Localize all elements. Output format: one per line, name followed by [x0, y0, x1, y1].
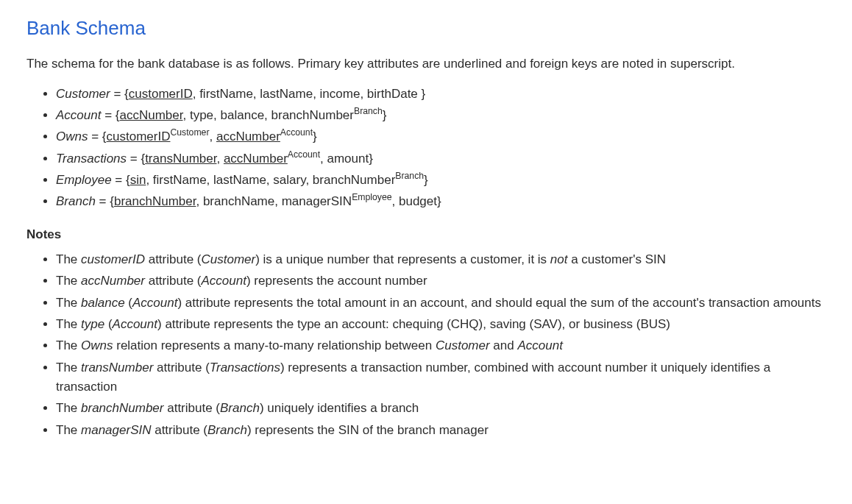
note-text: balance: [81, 296, 125, 310]
note-text: attribute (: [145, 252, 202, 266]
attribute: lastName: [260, 87, 313, 101]
notes-header: Notes: [26, 225, 826, 244]
note-text: not: [550, 252, 568, 266]
note-item: The managerSIN attribute (Branch) repres…: [56, 421, 826, 440]
schema-relation: Employee = {sin, firstName, lastName, sa…: [56, 171, 826, 190]
schema-relation: Customer = {customerID, firstName, lastN…: [56, 85, 826, 104]
note-text: a customer's SIN: [567, 252, 666, 266]
note-text: transNumber: [81, 361, 153, 375]
schema-relation: Branch = {branchNumber, branchName, mana…: [56, 192, 826, 211]
note-text: Transactions: [210, 361, 280, 375]
schema-relation: Owns = {customerIDCustomer, accNumberAcc…: [56, 127, 826, 146]
attribute: transNumber: [145, 152, 216, 166]
note-item: The balance (Account) attribute represen…: [56, 294, 826, 313]
note-text: ) is a unique number that represents a c…: [255, 252, 550, 266]
note-item: The Owns relation represents a many-to-m…: [56, 336, 826, 355]
note-text: The: [56, 317, 81, 331]
attribute: accNumber: [224, 152, 288, 166]
intro-paragraph: The schema for the bank database is as f…: [26, 54, 826, 74]
note-text: attribute (: [163, 401, 220, 415]
schema-relation: Account = {accNumber, type, balance, bra…: [56, 106, 826, 125]
attribute: branchName: [203, 194, 274, 208]
note-text: Account: [132, 296, 177, 310]
attribute: amount: [327, 152, 369, 166]
notes-list: The customerID attribute (Customer) is a…: [26, 250, 826, 440]
note-text: ) represents the SIN of the branch manag…: [247, 423, 489, 437]
note-item: The accNumber attribute (Account) repres…: [56, 271, 826, 291]
note-text: Account: [202, 274, 246, 288]
note-text: The: [56, 401, 81, 415]
note-text: attribute (: [145, 274, 202, 288]
schema-relation: Transactions = {transNumber, accNumberAc…: [56, 149, 826, 168]
note-text: (: [125, 296, 132, 310]
relation-name: Account: [56, 108, 101, 122]
attribute: birthDate: [367, 87, 418, 101]
note-text: attribute (: [151, 423, 207, 437]
note-text: Account: [517, 338, 562, 352]
attribute: managerSIN: [282, 194, 352, 208]
attribute: firstName: [153, 173, 207, 187]
relation-name: Employee: [56, 173, 112, 187]
attribute: firstName: [199, 87, 253, 101]
note-text: The: [56, 274, 81, 288]
foreign-key-ref: Account: [288, 149, 320, 160]
note-item: The branchNumber attribute (Branch) uniq…: [56, 399, 826, 418]
attribute: income: [320, 87, 361, 101]
schema-list: Customer = {customerID, firstName, lastN…: [26, 85, 826, 212]
attribute: lastName: [213, 173, 266, 187]
relation-name: Owns: [56, 129, 88, 143]
note-text: The: [56, 423, 81, 437]
note-text: type: [81, 317, 104, 331]
attribute: accNumber: [216, 129, 280, 143]
attribute: type: [190, 108, 213, 122]
foreign-key-ref: Branch: [395, 171, 424, 181]
note-text: The: [56, 296, 81, 310]
note-text: Customer: [436, 338, 490, 352]
attribute: balance: [221, 108, 265, 122]
relation-name: Branch: [56, 194, 96, 208]
attribute: sin: [130, 173, 146, 187]
foreign-key-ref: Branch: [354, 106, 383, 116]
attribute: branchNumber: [114, 194, 196, 208]
attribute: budget: [399, 194, 437, 208]
foreign-key-ref: Customer: [170, 128, 209, 138]
attribute: customerID: [107, 129, 171, 143]
attribute: branchNumber: [313, 173, 395, 187]
note-text: branchNumber: [81, 401, 163, 415]
attribute: salary: [273, 173, 305, 187]
note-text: managerSIN: [81, 423, 151, 437]
note-text: The: [56, 361, 81, 375]
note-text: attribute (: [153, 361, 210, 375]
note-text: ) represents the account number: [246, 274, 427, 288]
relation-name: Customer: [56, 87, 110, 101]
note-text: customerID: [81, 252, 145, 266]
note-text: The: [56, 338, 81, 352]
note-item: The customerID attribute (Customer) is a…: [56, 250, 826, 269]
note-text: and: [490, 338, 518, 352]
note-text: ) uniquely identifies a branch: [260, 401, 419, 415]
page-title: Bank Schema: [26, 13, 826, 43]
note-text: Owns: [81, 338, 113, 352]
note-text: ) attribute represents the type an accou…: [157, 317, 670, 331]
note-text: accNumber: [81, 274, 145, 288]
note-text: Branch: [207, 423, 247, 437]
note-item: The transNumber attribute (Transactions)…: [56, 358, 826, 397]
note-text: Customer: [202, 252, 256, 266]
relation-name: Transactions: [56, 152, 127, 166]
note-text: Branch: [220, 401, 260, 415]
foreign-key-ref: Employee: [352, 193, 391, 203]
note-text: relation represents a many-to-many relat…: [113, 338, 436, 352]
attribute: branchNumber: [271, 108, 354, 122]
foreign-key-ref: Account: [280, 128, 313, 138]
note-text: (: [104, 317, 112, 331]
note-text: The: [56, 252, 81, 266]
note-text: ) attribute represents the total amount …: [177, 296, 821, 310]
note-item: The type (Account) attribute represents …: [56, 315, 826, 334]
attribute: accNumber: [120, 108, 183, 122]
note-text: Account: [113, 317, 157, 331]
attribute: customerID: [129, 87, 193, 101]
